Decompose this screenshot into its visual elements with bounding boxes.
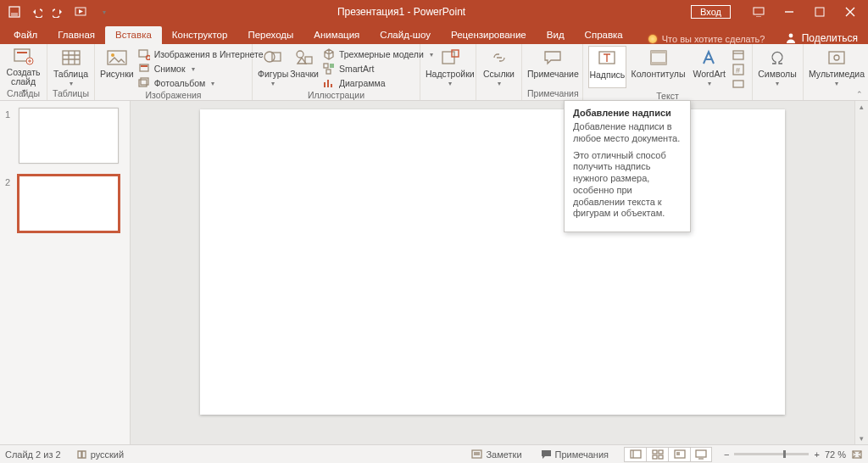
redo-icon[interactable]	[49, 3, 68, 21]
screenshot-button[interactable]: Снимок	[136, 62, 265, 75]
smartart-button[interactable]: SmartArt	[320, 62, 435, 75]
zoom-out-button[interactable]: −	[724, 449, 729, 460]
fit-to-window-icon[interactable]	[851, 449, 863, 460]
symbols-button[interactable]: Символы▾	[758, 46, 797, 88]
tab-animations[interactable]: Анимация	[303, 26, 370, 44]
sorter-view-icon[interactable]	[646, 447, 668, 462]
slide-counter: Слайд 2 из 2	[5, 449, 61, 460]
svg-point-20	[297, 51, 303, 58]
new-slide-button[interactable]: Создать слайд▾	[5, 46, 42, 88]
slide-thumb-1[interactable]	[19, 108, 119, 164]
tab-view[interactable]: Вид	[537, 26, 575, 44]
svg-point-18	[264, 52, 275, 62]
date-time-button[interactable]	[730, 48, 747, 62]
addins-icon	[438, 47, 462, 68]
svg-point-13	[146, 56, 150, 60]
share-button[interactable]: Поделиться	[785, 32, 858, 44]
zoom-slider[interactable]	[734, 453, 809, 455]
comment-icon	[541, 47, 565, 68]
tooltip-text-2: Это отличный способ получить надпись нуж…	[573, 150, 682, 220]
tab-insert[interactable]: Вставка	[105, 26, 162, 44]
media-icon	[825, 47, 849, 68]
group-comments-label: Примечания	[527, 88, 577, 100]
online-pictures-button[interactable]: Изображения в Интернете	[136, 47, 265, 61]
object-button[interactable]	[730, 77, 747, 91]
slide-thumb-2[interactable]	[19, 176, 119, 232]
shapes-button[interactable]: Фигуры▾	[258, 46, 288, 88]
tab-slideshow[interactable]: Слайд-шоу	[370, 26, 441, 44]
header-footer-button[interactable]: Колонтитулы	[628, 46, 689, 88]
icons-button[interactable]: Значки	[290, 46, 319, 88]
svg-rect-35	[829, 52, 844, 64]
lightbulb-icon	[648, 35, 657, 43]
svg-rect-21	[305, 57, 312, 64]
slideshow-view-icon[interactable]	[690, 447, 712, 462]
svg-rect-25	[442, 52, 454, 64]
svg-text:#: #	[736, 66, 740, 75]
3d-models-button[interactable]: Трехмерные модели	[320, 47, 435, 61]
slide-number-button[interactable]: #	[730, 63, 747, 76]
media-button[interactable]: Мультимедиа▾	[809, 46, 865, 88]
ribbon-display-options-icon[interactable]	[744, 0, 773, 24]
scroll-down-icon[interactable]: ▾	[860, 434, 864, 443]
save-icon[interactable]	[5, 3, 24, 21]
svg-rect-22	[324, 64, 328, 68]
start-from-beginning-icon[interactable]	[71, 3, 90, 21]
maximize-icon[interactable]	[805, 0, 834, 24]
tab-home[interactable]: Главная	[47, 26, 105, 44]
links-button[interactable]: Ссылки▾	[481, 46, 516, 88]
omega-icon	[765, 47, 789, 68]
comments-button[interactable]: Примечания	[537, 449, 613, 460]
zoom-in-button[interactable]: +	[814, 449, 819, 460]
window-title: Презентация1 - PowerPoint	[112, 6, 691, 18]
svg-rect-39	[653, 450, 657, 454]
normal-view-icon[interactable]	[624, 447, 646, 462]
slide-number-icon: #	[732, 63, 745, 76]
chart-icon	[322, 76, 336, 90]
minimize-icon[interactable]	[775, 0, 804, 24]
group-illustrations-label: Иллюстрации	[258, 90, 415, 102]
slide-panel[interactable]: 1 2	[0, 101, 131, 444]
group-slides-label: Слайды	[5, 88, 42, 100]
photo-album-icon	[137, 76, 151, 90]
group-images-label: Изображения	[100, 90, 247, 102]
svg-point-11	[111, 53, 114, 57]
svg-rect-23	[330, 64, 334, 68]
language-status[interactable]: русский	[73, 449, 127, 460]
comment-button[interactable]: Примечание	[527, 46, 579, 88]
shapes-icon	[261, 47, 285, 68]
reading-view-icon[interactable]	[668, 447, 690, 462]
wordart-button[interactable]: WordArt▾	[690, 46, 728, 88]
text-box-button[interactable]: Надпись	[588, 46, 626, 88]
tab-transitions[interactable]: Переходы	[237, 26, 303, 44]
tab-design[interactable]: Конструктор	[162, 26, 238, 44]
tab-review[interactable]: Рецензирование	[441, 26, 537, 44]
new-slide-icon	[12, 47, 36, 66]
scroll-up-icon[interactable]: ▴	[860, 103, 864, 111]
notes-button[interactable]: Заметки	[468, 449, 525, 460]
slide-canvas[interactable]	[200, 109, 785, 415]
undo-icon[interactable]	[27, 3, 46, 21]
group-tables-label: Таблицы	[53, 88, 89, 100]
header-footer-icon	[647, 47, 670, 68]
addins-button[interactable]: Надстройки▾	[426, 46, 475, 88]
cube-icon	[322, 47, 336, 61]
svg-point-36	[834, 55, 839, 60]
svg-rect-3	[754, 8, 764, 14]
vertical-scrollbar[interactable]: ▴ ▾	[854, 101, 868, 444]
chart-button[interactable]: Диаграмма	[320, 76, 435, 90]
qat-more-icon[interactable]	[93, 3, 112, 21]
photo-album-button[interactable]: Фотоальбом	[136, 76, 265, 90]
pictures-button[interactable]: Рисунки	[100, 46, 134, 88]
tab-file[interactable]: Файл	[3, 26, 47, 44]
tab-help[interactable]: Справка	[575, 26, 633, 44]
close-icon[interactable]	[836, 0, 865, 24]
pictures-icon	[105, 47, 129, 68]
link-icon	[487, 47, 511, 68]
zoom-value[interactable]: 72 %	[825, 449, 846, 460]
collapse-ribbon-icon[interactable]: ⌃	[856, 90, 863, 98]
table-button[interactable]: Таблица▾	[53, 46, 89, 88]
tell-me[interactable]: Что вы хотите сделать?	[648, 34, 765, 44]
sign-in-button[interactable]: Вход	[691, 5, 731, 19]
svg-rect-38	[631, 450, 641, 458]
